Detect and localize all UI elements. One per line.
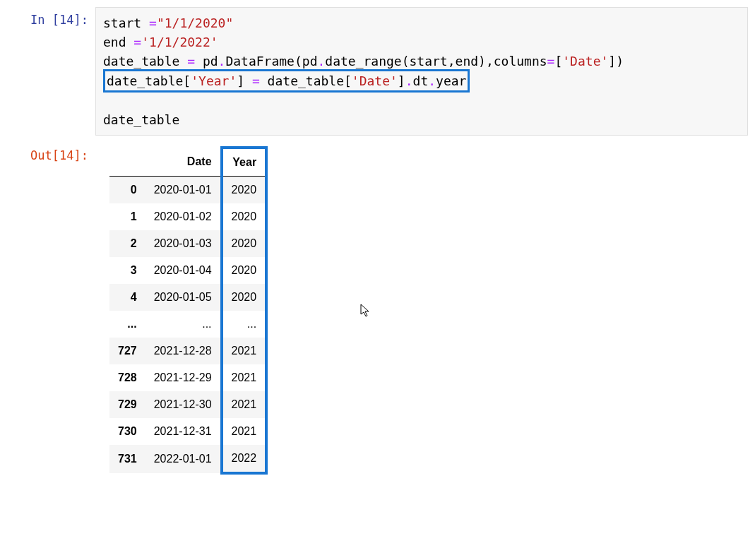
table-row: 32020-01-042020 — [109, 257, 266, 284]
table-row: 12020-01-022020 — [109, 203, 266, 230]
input-cell: In [14]: start ="1/1/2020" end ='1/1/202… — [7, 7, 748, 136]
highlighted-code-line: date_table['Year'] = date_table['Date'].… — [103, 69, 470, 93]
code-line-3: date_table = pd.DataFrame(pd.date_range(… — [103, 54, 624, 68]
table-row: 7282021-12-292021 — [109, 364, 266, 391]
table-row: 7312022-01-012022 — [109, 445, 266, 473]
output-cell: Out[14]: Date Year 02020-01-012020 12020… — [7, 143, 748, 475]
table-row: 7302021-12-312021 — [109, 418, 266, 445]
code-editor[interactable]: start ="1/1/2020" end ='1/1/2022' date_t… — [95, 7, 748, 136]
code-line-6: date_table — [103, 112, 179, 127]
dataframe-table: Date Year 02020-01-012020 12020-01-02202… — [109, 146, 268, 475]
table-row: 7272021-12-282021 — [109, 338, 266, 364]
table-row: 7292021-12-302021 — [109, 391, 266, 418]
table-row-ellipsis: ......... — [109, 311, 266, 338]
output-prompt: Out[14]: — [7, 143, 95, 162]
input-prompt: In [14]: — [7, 7, 95, 27]
output-area: Date Year 02020-01-012020 12020-01-02202… — [95, 143, 748, 475]
index-header — [109, 148, 145, 177]
code-line-1: start ="1/1/2020" — [103, 16, 233, 30]
table-body: 02020-01-012020 12020-01-022020 22020-01… — [109, 177, 266, 474]
table-header-row: Date Year — [109, 148, 266, 177]
table-row: 22020-01-032020 — [109, 230, 266, 257]
year-header: Year — [222, 148, 267, 177]
table-row: 42020-01-052020 — [109, 284, 266, 311]
date-header: Date — [145, 148, 222, 177]
table-row: 02020-01-012020 — [109, 177, 266, 204]
code-line-2: end ='1/1/2022' — [103, 35, 218, 49]
